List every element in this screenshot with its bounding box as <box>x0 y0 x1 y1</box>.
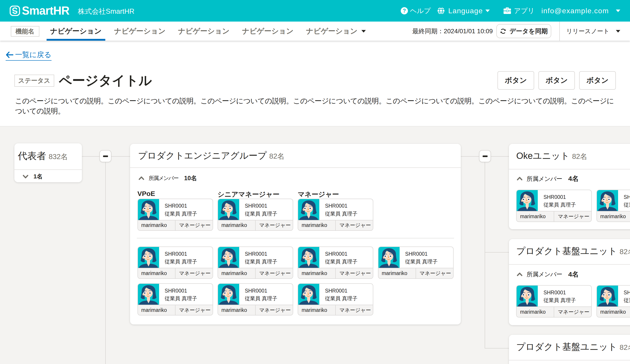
svg-text:?: ? <box>403 8 406 14</box>
